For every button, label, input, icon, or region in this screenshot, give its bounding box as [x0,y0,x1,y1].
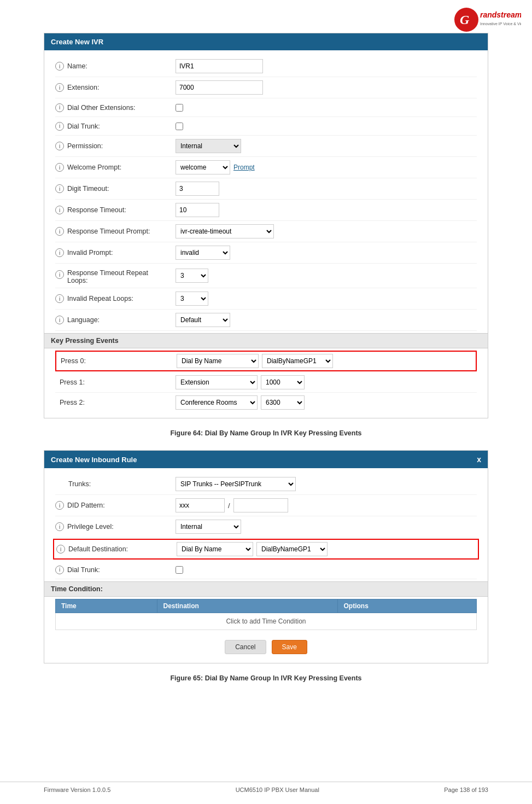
extension-row: i Extension: [55,77,477,98]
response-repeat-info-icon[interactable]: i [55,270,64,279]
inbound-dial-trunk-checkbox[interactable] [176,566,183,574]
dial-trunk-row: i Dial Trunk: [55,117,477,136]
press0-label: Press 0: [56,357,177,365]
language-label: Language: [67,316,100,324]
response-timeout-label-cell: i Response Timeout: [55,206,176,214]
welcome-prompt-label: Welcome Prompt: [67,164,121,171]
time-col-header: Time [56,599,157,613]
dial-other-label-cell: i Dial Other Extensions: [55,103,176,112]
permission-select[interactable]: Internal [176,139,241,153]
save-button[interactable]: Save [272,640,307,654]
create-inbound-rule-title: Create New Inbound Rule x [44,451,488,468]
did-pattern-info-icon[interactable]: i [55,501,64,510]
inbound-dial-trunk-label: Dial Trunk: [67,566,100,574]
response-timeout-prompt-info-icon[interactable]: i [55,227,64,236]
dial-trunk-info-icon[interactable]: i [55,122,64,131]
privilege-select[interactable]: Internal [176,520,241,534]
invalid-prompt-select[interactable]: invalid [176,246,230,260]
inbound-dial-trunk-label-cell: i Dial Trunk: [55,566,176,574]
press2-dest-select[interactable]: 6300 [261,395,305,410]
press1-type-select[interactable]: Extension [176,375,258,389]
response-timeout-info-icon[interactable]: i [55,206,64,214]
invalid-repeat-info-icon[interactable]: i [55,294,64,303]
trunks-control: SIP Trunks -- PeerSIPTrunk [176,477,477,491]
trunks-select[interactable]: SIP Trunks -- PeerSIPTrunk [176,477,296,491]
invalid-repeat-control: 3 [176,292,477,306]
dial-other-info-icon[interactable]: i [55,103,64,112]
default-dest-type-select[interactable]: Dial By Name [177,542,253,556]
invalid-prompt-label: Invalid Prompt: [67,249,113,257]
language-label-cell: i Language: [55,316,176,324]
permission-info-icon[interactable]: i [55,142,64,150]
dial-other-checkbox[interactable] [176,104,183,112]
time-condition-table: Time Destination Options Click to add Ti… [55,599,477,630]
create-ivr-panel: Create New IVR i Name: i Extension: [44,33,488,418]
response-repeat-row: i Response Timeout RepeatLoops: 3 [55,264,477,288]
default-dest-control: Dial By Name DialByNameGP1 [177,542,476,556]
trunks-label-cell: Trunks: [55,480,176,488]
press1-controls: Extension 1000 [176,375,477,389]
invalid-repeat-row: i Invalid Repeat Loops: 3 [55,288,477,310]
create-ivr-title: Create New IVR [44,33,488,50]
add-time-condition-link[interactable]: Click to add Time Condition [226,617,306,625]
press1-dest-select[interactable]: 1000 [261,375,305,389]
name-info-icon[interactable]: i [55,62,64,71]
digit-timeout-info-icon[interactable]: i [55,184,64,193]
permission-control: Internal [176,139,477,153]
add-time-condition-cell[interactable]: Click to add Time Condition [56,613,477,630]
privilege-level-row: i Privilege Level: Internal [55,516,477,538]
did-pattern-input2[interactable] [233,498,288,512]
inbound-dial-trunk-info-icon[interactable]: i [55,566,64,574]
press0-type-select[interactable]: Dial By Name [177,354,259,368]
privilege-info-icon[interactable]: i [55,522,64,531]
press2-type-select[interactable]: Conference Rooms [176,395,258,410]
name-input[interactable] [176,59,263,73]
response-timeout-prompt-row: i Response Timeout Prompt: ivr-create-ti… [55,221,477,242]
privilege-label: Privilege Level: [67,523,114,531]
welcome-prompt-info-icon[interactable]: i [55,163,64,172]
name-row: i Name: [55,56,477,77]
dial-other-row: i Dial Other Extensions: [55,98,477,117]
response-repeat-select[interactable]: 3 [176,269,208,283]
trunks-row: Trunks: SIP Trunks -- PeerSIPTrunk [55,474,477,495]
close-button[interactable]: x [477,455,481,464]
invalid-repeat-select[interactable]: 3 [176,292,208,306]
invalid-repeat-label-cell: i Invalid Repeat Loops: [55,294,176,303]
language-info-icon[interactable]: i [55,316,64,324]
response-timeout-prompt-select[interactable]: ivr-create-timeout [176,224,274,238]
invalid-prompt-label-cell: i Invalid Prompt: [55,248,176,257]
did-pattern-input[interactable] [176,498,225,512]
svg-text:randstream: randstream [480,10,521,19]
press0-dest-select[interactable]: DialByNameGP1 [262,354,333,368]
did-pattern-label-cell: i DID Pattern: [55,501,176,510]
default-dest-label: Default Destination: [68,545,128,553]
dial-trunk-checkbox[interactable] [176,123,183,130]
default-dest-info-icon[interactable]: i [56,545,65,554]
form-buttons: Cancel Save [55,632,477,657]
extension-info-icon[interactable]: i [55,83,64,92]
prompt-link[interactable]: Prompt [233,164,255,171]
invalid-prompt-control: invalid [176,246,477,260]
did-pattern-row: i DID Pattern: / [55,495,477,516]
time-condition-header: Time Condition: [44,581,488,597]
cancel-button[interactable]: Cancel [225,640,266,654]
press0-controls: Dial By Name DialByNameGP1 [177,354,476,368]
default-dest-value-select[interactable]: DialByNameGP1 [256,542,328,556]
extension-input[interactable] [176,80,263,95]
dial-other-label: Dial Other Extensions: [67,104,135,112]
extension-control [176,80,477,95]
welcome-prompt-select[interactable]: welcome [176,160,230,174]
language-select[interactable]: Default [176,313,230,327]
digit-timeout-input[interactable] [176,182,219,196]
invalid-prompt-info-icon[interactable]: i [55,248,64,257]
did-pattern-label: DID Pattern: [67,502,105,509]
key-pressing-events-header: Key Pressing Events [44,333,488,348]
press1-label: Press 1: [55,378,176,386]
default-dest-label-cell: i Default Destination: [56,545,177,554]
invalid-repeat-label: Invalid Repeat Loops: [67,295,133,302]
press2-controls: Conference Rooms 6300 [176,395,477,410]
permission-label-cell: i Permission: [55,142,176,150]
response-timeout-input[interactable] [176,203,219,217]
inbound-dial-trunk-control [176,566,477,574]
press2-row: Press 2: Conference Rooms 6300 [55,393,477,412]
